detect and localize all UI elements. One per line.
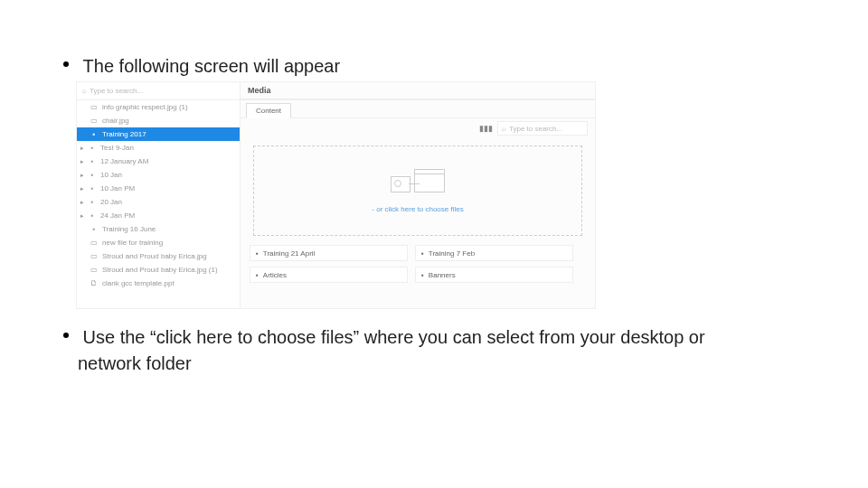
file-dropzone[interactable]: - or click here to choose files bbox=[253, 145, 582, 236]
caret-icon[interactable]: ▸ bbox=[80, 145, 86, 152]
folder-icon: ▪ bbox=[88, 171, 97, 179]
folder-label: Articles bbox=[263, 271, 287, 279]
tree-item[interactable]: ▸ ▪ 10 Jan bbox=[77, 168, 240, 182]
tree-label: chair.jpg bbox=[102, 117, 129, 125]
choose-files-link[interactable]: - or click here to choose files bbox=[372, 205, 463, 213]
folder-card[interactable]: ▪ Training 21 April bbox=[250, 245, 408, 261]
folder-card[interactable]: ▪ Training 7 Feb bbox=[415, 245, 573, 261]
tree-item[interactable]: 🗋 clank gcc template.ppt bbox=[77, 277, 240, 290]
caret-icon[interactable]: ▸ bbox=[80, 158, 86, 165]
folder-icon: ▪ bbox=[88, 184, 97, 192]
main-search-placeholder: Type to search... bbox=[509, 125, 562, 133]
folder-icon: ▪ bbox=[88, 211, 97, 220]
tree-item[interactable]: ▸ ▪ 20 Jan bbox=[77, 195, 240, 209]
tree-label: clank gcc template.ppt bbox=[102, 279, 175, 287]
folder-grid: ▪ Training 21 April ▪ Training 7 Feb ▪ A… bbox=[241, 243, 595, 285]
sidebar-search[interactable]: ⌕ Type to search... bbox=[77, 82, 240, 100]
main-title: Media bbox=[248, 86, 271, 95]
tree-label: 20 Jan bbox=[100, 198, 122, 206]
folder-icon: ▪ bbox=[90, 130, 99, 138]
folder-icon: ▪ bbox=[88, 157, 97, 165]
tree-label: info graphic respect.jpg (1) bbox=[102, 103, 188, 111]
folder-icon: ▪ bbox=[88, 198, 97, 206]
bullet-dot-icon bbox=[63, 61, 69, 67]
folder-icon: ▪ bbox=[421, 249, 424, 258]
image-icon: ▭ bbox=[90, 103, 99, 111]
sidebar-tree: ▭ info graphic respect.jpg (1) ▭ chair.j… bbox=[77, 100, 240, 308]
tree-label: Training 2017 bbox=[102, 130, 146, 138]
search-icon: ⌕ bbox=[502, 125, 506, 133]
folder-icon: ▪ bbox=[256, 249, 259, 258]
folder-icon: ▪ bbox=[90, 225, 99, 233]
tab-bar: Content bbox=[241, 100, 595, 118]
tab-label: Content bbox=[256, 107, 281, 115]
tree-item[interactable]: ▸ ▪ 10 Jan PM bbox=[77, 182, 240, 195]
tree-label: Stroud and Proud baby Erica.jpg bbox=[102, 252, 207, 260]
tree-item[interactable]: ▭ Stroud and Proud baby Erica.jpg (1) bbox=[77, 263, 240, 277]
image-icon: ▭ bbox=[90, 252, 99, 260]
tree-label: 10 Jan PM bbox=[100, 184, 135, 192]
tree-item[interactable]: ▸ ▪ 24 Jan PM bbox=[77, 209, 240, 222]
tree-item[interactable]: ▭ new file for training bbox=[77, 236, 240, 249]
tree-item[interactable]: ▸ ▪ Test 9-Jan bbox=[77, 141, 240, 155]
doc-bullet-1: The following screen will appear bbox=[63, 52, 340, 78]
tree-item[interactable]: ▭ Stroud and Proud baby Erica.jpg bbox=[77, 249, 240, 263]
folder-card[interactable]: ▪ Banners bbox=[415, 267, 573, 283]
tab-content[interactable]: Content bbox=[246, 103, 291, 118]
caret-icon[interactable]: ▸ bbox=[80, 199, 86, 206]
tree-label: Stroud and Proud baby Erica.jpg (1) bbox=[102, 266, 218, 274]
tree-item[interactable]: ▭ info graphic respect.jpg (1) bbox=[77, 100, 240, 114]
tree-label: 10 Jan bbox=[100, 171, 122, 179]
bullet-2-text-b: network folder bbox=[63, 352, 814, 375]
image-icon: ▭ bbox=[90, 117, 99, 125]
tree-label: 24 Jan PM bbox=[100, 211, 135, 220]
folder-icon: ▪ bbox=[88, 144, 97, 152]
doc-icon: 🗋 bbox=[90, 279, 99, 287]
folder-label: Banners bbox=[429, 271, 456, 279]
tree-label: 12 January AM bbox=[100, 157, 148, 165]
tree-item[interactable]: ▭ chair.jpg bbox=[77, 114, 240, 127]
file-icon: ▭ bbox=[90, 239, 99, 247]
caret-icon[interactable]: ▸ bbox=[80, 172, 86, 179]
embedded-screenshot: ⌕ Type to search... ▭ info graphic respe… bbox=[76, 81, 596, 309]
bullet-1-text: The following screen will appear bbox=[83, 56, 341, 76]
bullet-2-text-a: Use the “click here to choose files” whe… bbox=[83, 327, 705, 347]
folder-label: Training 7 Feb bbox=[429, 249, 475, 258]
search-icon: ⌕ bbox=[82, 87, 87, 95]
image-icon: ▭ bbox=[90, 266, 99, 274]
folder-icon: ▪ bbox=[421, 271, 424, 279]
dropzone-illustration-icon bbox=[391, 169, 445, 200]
tree-item[interactable]: ▪ Training 16 June bbox=[77, 222, 240, 236]
main-search[interactable]: ⌕ Type to search... bbox=[497, 121, 588, 136]
tree-label: Test 9-Jan bbox=[100, 144, 134, 152]
media-main: Media Content ▮▮▮ ⌕ Type to search... - … bbox=[241, 82, 595, 308]
sidebar-search-placeholder: Type to search... bbox=[90, 87, 143, 95]
main-header: Media bbox=[241, 82, 595, 100]
bullet-dot-icon bbox=[63, 333, 69, 338]
tree-item-selected[interactable]: ▪ Training 2017 bbox=[77, 127, 240, 141]
view-grid-button[interactable]: ▮▮▮ bbox=[479, 123, 492, 134]
content-toolbar: ▮▮▮ ⌕ Type to search... bbox=[241, 118, 595, 138]
folder-label: Training 21 April bbox=[263, 249, 316, 258]
tree-label: new file for training bbox=[102, 239, 163, 247]
caret-icon[interactable]: ▸ bbox=[80, 185, 86, 192]
doc-bullet-2: Use the “click here to choose files” whe… bbox=[63, 324, 814, 375]
tree-label: Training 16 June bbox=[102, 225, 156, 233]
media-sidebar: ⌕ Type to search... ▭ info graphic respe… bbox=[77, 82, 241, 308]
caret-icon[interactable]: ▸ bbox=[80, 212, 86, 220]
tree-item[interactable]: ▸ ▪ 12 January AM bbox=[77, 155, 240, 168]
folder-card[interactable]: ▪ Articles bbox=[250, 267, 408, 283]
folder-icon: ▪ bbox=[256, 271, 259, 279]
